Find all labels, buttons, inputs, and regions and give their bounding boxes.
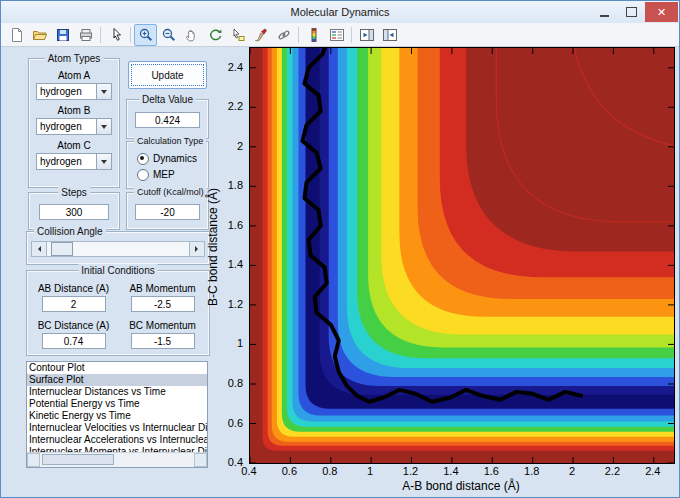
- open-file-icon: [32, 27, 48, 43]
- x-tick-1.2: 1.2: [394, 465, 428, 477]
- minimize-button[interactable]: [591, 2, 618, 22]
- slider-thumb[interactable]: [51, 242, 73, 256]
- plot-type-listbox[interactable]: Contour PlotSurface PlotInternuclear Dis…: [26, 361, 208, 468]
- contour-plot-axes[interactable]: [249, 47, 675, 464]
- bc-momentum-input[interactable]: [131, 333, 195, 349]
- cutoff-panel: Cutoff (Kcal/mol): [126, 192, 209, 230]
- x-tick-1.4: 1.4: [434, 465, 468, 477]
- link-plot-icon: [276, 27, 292, 43]
- radio-mep-circle-icon: [137, 169, 149, 181]
- hide-plot-tools-button[interactable]: [355, 24, 378, 46]
- y-tick-0.6: 0.6: [217, 417, 243, 429]
- close-button[interactable]: ✕: [645, 2, 678, 22]
- plot-list-item-internuclear-velocities-vs-internuclear-distance[interactable]: Internuclear Velocities vs Internuclear …: [27, 422, 207, 434]
- minimize-icon: [600, 15, 609, 17]
- atom-c-label: Atom C: [36, 140, 112, 151]
- hscroll-right-arrow[interactable]: [194, 453, 207, 467]
- y-tick-labels: 0.40.60.811.21.41.61.822.22.4: [217, 47, 246, 462]
- hscroll-thumb[interactable]: [42, 454, 114, 465]
- atom-c-select[interactable]: hydrogen: [36, 153, 112, 170]
- atom-c-value: hydrogen: [37, 154, 96, 169]
- toolbar-separator: [100, 27, 101, 43]
- plot-list-item-internuclear-accelerations-vs-internuclear-distance[interactable]: Internuclear Accelerations vs Internucle…: [27, 434, 207, 446]
- zoom-in-button[interactable]: [134, 24, 157, 46]
- data-cursor-button[interactable]: [226, 24, 249, 46]
- x-tick-0.8: 0.8: [313, 465, 347, 477]
- ab-momentum-label: AB Momentum: [122, 283, 203, 294]
- zoom-out-button[interactable]: [157, 24, 180, 46]
- hscroll-track[interactable]: [40, 453, 194, 467]
- pan-button[interactable]: [180, 24, 203, 46]
- steps-title: Steps: [58, 186, 90, 199]
- plot-list-item-kinetic-energy-vs-time[interactable]: Kinetic Energy vs Time: [27, 410, 207, 422]
- new-figure-icon: [9, 27, 25, 43]
- y-tick-1: 1: [217, 337, 243, 349]
- radio-dynamics[interactable]: Dynamics: [137, 151, 206, 166]
- insert-colorbar-button[interactable]: [302, 24, 325, 46]
- plot-list-item-surface-plot[interactable]: Surface Plot: [27, 374, 207, 386]
- calculation-type-panel: Calculation Type DynamicsMEP: [126, 141, 209, 189]
- slider-left-arrow[interactable]: [32, 242, 47, 256]
- delta-value-panel: Delta Value: [126, 99, 209, 139]
- ab-momentum-input[interactable]: [131, 296, 195, 312]
- collision-angle-slider[interactable]: [31, 241, 205, 257]
- edit-plot-button[interactable]: [104, 24, 127, 46]
- link-plot-button[interactable]: [272, 24, 295, 46]
- update-button[interactable]: Update: [128, 61, 207, 89]
- listbox-hscrollbar[interactable]: [27, 452, 207, 467]
- steps-input[interactable]: [39, 204, 109, 220]
- slider-track[interactable]: [47, 242, 189, 256]
- x-tick-0.4: 0.4: [232, 465, 266, 477]
- plot-list-item-potential-energy-vs-time[interactable]: Potential Energy vs Time: [27, 398, 207, 410]
- atom-types-panel: Atom Types Atom AhydrogenAtom BhydrogenA…: [28, 58, 120, 188]
- titlebar: Molecular Dynamics ✕: [1, 1, 679, 23]
- toolbar-separator: [130, 27, 131, 43]
- radio-mep[interactable]: MEP: [137, 167, 206, 182]
- new-figure-button[interactable]: [5, 24, 28, 46]
- chevron-down-icon[interactable]: [96, 84, 111, 99]
- plot-list-item-contour-plot[interactable]: Contour Plot: [27, 362, 207, 374]
- save-figure-icon: [55, 27, 71, 43]
- calculation-type-title: Calculation Type: [134, 135, 206, 148]
- plot-list-item-internuclear-distances-vs-time[interactable]: Internuclear Distances vs Time: [27, 386, 207, 398]
- atom-b-value: hydrogen: [37, 119, 96, 134]
- chevron-down-icon[interactable]: [96, 154, 111, 169]
- print-figure-button[interactable]: [74, 24, 97, 46]
- collision-angle-panel: Collision Angle: [26, 231, 210, 265]
- delta-value-input[interactable]: [135, 112, 200, 128]
- brush-data-button[interactable]: [249, 24, 272, 46]
- pan-icon: [184, 27, 200, 43]
- initial-conditions-panel: Initial Conditions AB Distance (A)AB Mom…: [26, 270, 210, 356]
- potential-energy-surface[interactable]: [250, 48, 674, 463]
- bc-distance-a-input[interactable]: [42, 333, 106, 349]
- chevron-down-icon[interactable]: [96, 119, 111, 134]
- brush-data-icon: [253, 27, 269, 43]
- x-tick-1.6: 1.6: [474, 465, 508, 477]
- maximize-button[interactable]: [618, 2, 645, 22]
- rotate-3d-button[interactable]: [203, 24, 226, 46]
- show-plot-tools-button[interactable]: [378, 24, 401, 46]
- x-tick-2: 2: [555, 465, 589, 477]
- hide-plot-tools-icon: [359, 27, 375, 43]
- rotate-3d-icon: [207, 27, 223, 43]
- y-tick-2.2: 2.2: [217, 100, 243, 112]
- x-tick-1.8: 1.8: [515, 465, 549, 477]
- save-figure-button[interactable]: [51, 24, 74, 46]
- cutoff-input[interactable]: [135, 204, 200, 220]
- atom-b-select[interactable]: hydrogen: [36, 118, 112, 135]
- y-tick-1.4: 1.4: [217, 258, 243, 270]
- slider-right-arrow[interactable]: [189, 242, 204, 256]
- maximize-icon: [626, 7, 637, 17]
- hscroll-left-arrow[interactable]: [27, 453, 40, 467]
- x-tick-1: 1: [353, 465, 387, 477]
- collision-angle-title: Collision Angle: [34, 225, 106, 238]
- app-window: Molecular Dynamics ✕ Atom Types Atom Ahy…: [0, 0, 680, 498]
- insert-legend-button[interactable]: [325, 24, 348, 46]
- show-plot-tools-icon: [382, 27, 398, 43]
- y-tick-0.8: 0.8: [217, 377, 243, 389]
- edit-plot-icon: [108, 27, 124, 43]
- ab-distance-a-input[interactable]: [42, 296, 106, 312]
- atom-a-select[interactable]: hydrogen: [36, 83, 112, 100]
- open-file-button[interactable]: [28, 24, 51, 46]
- toolbar-separator: [298, 27, 299, 43]
